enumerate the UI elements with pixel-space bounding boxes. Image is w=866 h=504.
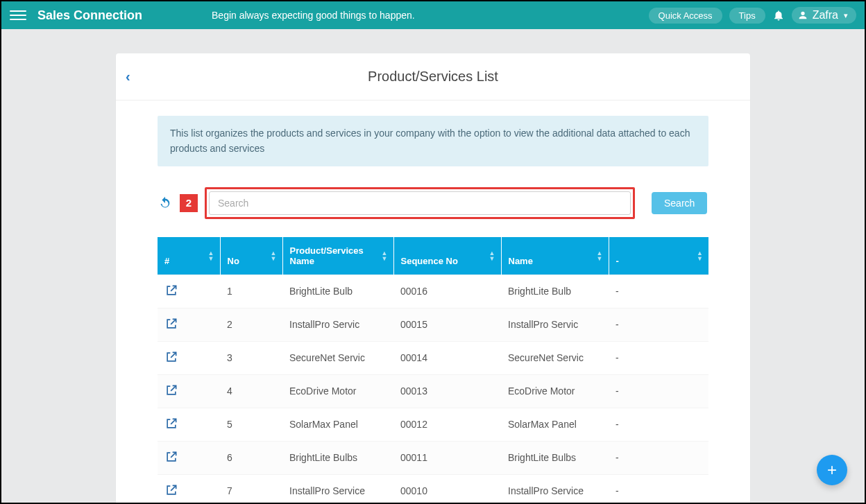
table-row: 4EcoDrive Motor00013EcoDrive Motor- — [158, 374, 708, 408]
cell-name: InstallPro Service — [501, 474, 609, 503]
table-row: 2InstallPro Servic00015InstallPro Servic… — [158, 308, 708, 341]
page-title: Product/Services List — [368, 69, 498, 85]
cell-no: 2 — [220, 308, 282, 341]
cell-seq: 00010 — [393, 474, 501, 503]
cell-name: EcoDrive Motor — [501, 374, 609, 408]
cell-no: 1 — [220, 275, 282, 308]
cell-seq: 00015 — [393, 308, 501, 341]
open-icon[interactable] — [164, 388, 178, 399]
col-header-name[interactable]: Name ▲▼ — [501, 237, 609, 275]
cell-psname: InstallPro Servic — [282, 308, 393, 341]
open-icon[interactable] — [164, 355, 178, 366]
cell-dash: - — [609, 341, 708, 374]
cell-name: SolarMax Panel — [501, 408, 609, 441]
cell-dash: - — [609, 408, 708, 441]
open-icon[interactable] — [164, 422, 178, 433]
col-header-hash[interactable]: # ▲▼ — [158, 237, 220, 275]
refresh-icon[interactable] — [158, 195, 173, 211]
sort-icon: ▲▼ — [271, 250, 277, 261]
cell-seq: 00012 — [393, 408, 501, 441]
annotation-badge: 2 — [180, 194, 198, 212]
cell-psname: BrightLite Bulb — [282, 275, 393, 308]
cell-seq: 00011 — [393, 441, 501, 474]
table-row: 6BrightLite Bulbs00011BrightLite Bulbs- — [158, 441, 708, 474]
cell-psname: SecureNet Servic — [282, 341, 393, 374]
chevron-down-icon: ▾ — [844, 11, 848, 20]
cell-name: InstallPro Servic — [501, 308, 609, 341]
cell-psname: EcoDrive Motor — [282, 374, 393, 408]
open-icon[interactable] — [164, 455, 178, 466]
menu-icon[interactable] — [10, 7, 26, 24]
user-icon — [797, 10, 808, 21]
user-menu[interactable]: Zafra ▾ — [792, 7, 856, 24]
sort-icon: ▲▼ — [208, 250, 214, 261]
search-input[interactable] — [209, 191, 631, 215]
open-icon[interactable] — [164, 488, 178, 499]
cell-name: SecureNet Servic — [501, 341, 609, 374]
bell-icon[interactable] — [772, 9, 785, 21]
cell-no: 7 — [220, 474, 282, 503]
brand-title: Sales Connection — [37, 8, 142, 23]
search-highlight — [205, 187, 635, 219]
col-header-psname[interactable]: Product/Services Name ▲▼ — [282, 237, 393, 275]
cell-dash: - — [609, 474, 708, 503]
col-header-dash[interactable]: - ▲▼ — [609, 237, 708, 275]
sort-icon: ▲▼ — [597, 250, 603, 261]
cell-name: BrightLite Bulb — [501, 275, 609, 308]
page-header: ‹ Product/Services List — [116, 53, 750, 101]
cell-psname: InstallPro Service — [282, 474, 393, 503]
table-row: 1BrightLite Bulb00016BrightLite Bulb- — [158, 275, 708, 308]
table-row: 5SolarMax Panel00012SolarMax Panel- — [158, 408, 708, 441]
cell-name: BrightLite Bulbs — [501, 441, 609, 474]
top-bar: Sales Connection Begin always expecting … — [1, 1, 865, 29]
cell-no: 4 — [220, 374, 282, 408]
col-header-seq[interactable]: Sequence No ▲▼ — [393, 237, 501, 275]
search-button[interactable]: Search — [652, 192, 707, 214]
back-button[interactable]: ‹ — [126, 69, 130, 85]
products-table: # ▲▼ No ▲▼ Product/Services Name ▲▼ Sequ… — [158, 237, 708, 503]
cell-no: 6 — [220, 441, 282, 474]
info-banner: This list organizes the products and ser… — [158, 116, 708, 166]
add-fab[interactable]: + — [817, 455, 847, 485]
tips-button[interactable]: Tips — [729, 8, 765, 24]
cell-no: 5 — [220, 408, 282, 441]
cell-seq: 00016 — [393, 275, 501, 308]
col-header-no[interactable]: No ▲▼ — [220, 237, 282, 275]
cell-dash: - — [609, 441, 708, 474]
header-tagline: Begin always expecting good things to ha… — [212, 10, 415, 21]
table-row: 3SecureNet Servic00014SecureNet Servic- — [158, 341, 708, 374]
cell-dash: - — [609, 308, 708, 341]
table-row: 7InstallPro Service00010InstallPro Servi… — [158, 474, 708, 503]
cell-psname: SolarMax Panel — [282, 408, 393, 441]
open-icon[interactable] — [164, 288, 178, 299]
cell-seq: 00013 — [393, 374, 501, 408]
quick-access-button[interactable]: Quick Access — [649, 8, 722, 24]
open-icon[interactable] — [164, 322, 178, 333]
cell-no: 3 — [220, 341, 282, 374]
sort-icon: ▲▼ — [382, 250, 388, 261]
sort-icon: ▲▼ — [697, 250, 703, 261]
cell-dash: - — [609, 275, 708, 308]
plus-icon: + — [827, 460, 837, 480]
cell-dash: - — [609, 374, 708, 408]
cell-psname: BrightLite Bulbs — [282, 441, 393, 474]
user-name: Zafra — [813, 9, 838, 21]
cell-seq: 00014 — [393, 341, 501, 374]
main-card: ‹ Product/Services List This list organi… — [116, 53, 750, 503]
sort-icon: ▲▼ — [489, 250, 495, 261]
